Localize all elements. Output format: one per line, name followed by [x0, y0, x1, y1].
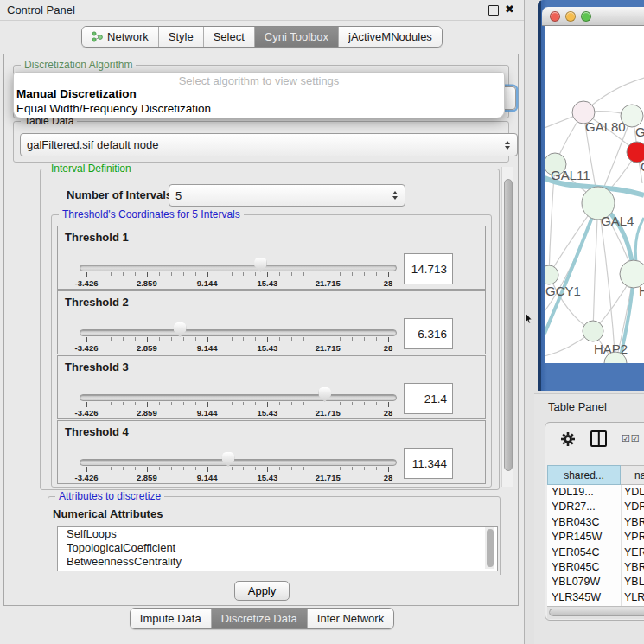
table-row[interactable]: YDL19...YDL1	[547, 485, 644, 500]
tab-select[interactable]: Select	[203, 27, 254, 47]
network-node-GCY1[interactable]	[545, 265, 558, 284]
tick-mark	[267, 272, 268, 277]
threshold-value-field[interactable]: 21.4	[404, 383, 453, 414]
tick-mark	[243, 272, 244, 276]
slider-track[interactable]	[80, 329, 397, 336]
cyni-toolbox-content: Discretization Algorithm Select algorith…	[3, 54, 519, 606]
threshold-value-field[interactable]: 11.344	[404, 448, 453, 479]
tick-mark	[340, 337, 341, 341]
dropdown-item-equal-width-frequency[interactable]: Equal Width/Frequency Discretization	[16, 102, 211, 115]
tick-mark	[364, 272, 365, 276]
tick-mark	[303, 467, 304, 470]
tick-mark	[364, 467, 365, 470]
table-data-combobox[interactable]: galFiltered.sif default node	[20, 133, 518, 156]
tick-mark	[99, 272, 99, 276]
threshold-value-field[interactable]: 14.713	[404, 253, 453, 284]
tick-mark	[352, 467, 353, 470]
tick-mark	[183, 402, 184, 405]
tick-label: 2.859	[137, 278, 157, 288]
tab-impute-data[interactable]: Impute Data	[131, 609, 211, 628]
stepper-icon	[505, 141, 511, 150]
scrollbar-thumb[interactable]	[504, 179, 513, 471]
tick-label: 28	[384, 343, 393, 353]
network-canvas[interactable]: GAL80GACGAL11GAL4GCY1HHAP2	[545, 26, 644, 363]
table-row[interactable]: YLR345WYLR3	[547, 590, 644, 605]
slider-track[interactable]	[80, 265, 397, 271]
tick-label: 21.715	[316, 343, 341, 353]
tick-mark	[340, 272, 341, 276]
network-window-titlebar[interactable]	[542, 7, 644, 26]
mouse-cursor	[525, 313, 532, 324]
cell-name: YPR1	[622, 530, 644, 545]
tick-mark	[291, 272, 292, 276]
number-of-intervals-label: Number of Intervals	[67, 188, 172, 201]
checkbox-icons[interactable]: ☑☑	[622, 433, 641, 444]
table-header: shared... na	[547, 465, 644, 485]
table-row[interactable]: YBR045CYBR0	[547, 560, 644, 575]
vertical-scrollbar[interactable]	[501, 167, 513, 487]
tick-mark	[267, 337, 268, 342]
close-icon[interactable]: ✖	[505, 3, 514, 16]
tick-mark	[123, 337, 124, 341]
tab-style[interactable]: Style	[158, 27, 203, 47]
table-row[interactable]: YPR145WYPR1	[547, 530, 644, 545]
tab-discretize-data[interactable]: Discretize Data	[211, 609, 307, 628]
tab-network[interactable]: Network	[82, 27, 158, 47]
gear-icon[interactable]	[560, 431, 576, 447]
tab-cyni-toolbox[interactable]: Cyni Toolbox	[254, 27, 338, 47]
minimize-button[interactable]	[565, 11, 576, 22]
numerical-attributes-list[interactable]: SelfLoopsTopologicalCoefficientBetweenne…	[57, 526, 498, 571]
scrollbar-thumb[interactable]	[487, 529, 494, 567]
tick-mark	[232, 467, 233, 470]
table-row[interactable]: YBR043CYBR0	[547, 515, 644, 530]
list-item[interactable]: BetweennessCentrality	[58, 555, 497, 569]
tab-label: Style	[169, 30, 194, 43]
tick-mark	[255, 402, 256, 405]
tick-label: -3.426	[75, 408, 99, 418]
scrollbar-thumb[interactable]	[549, 609, 644, 616]
tick-label: 28	[384, 408, 393, 418]
tick-mark	[388, 402, 389, 407]
cell-shared-name: YDR27...	[547, 500, 622, 514]
tick-mark	[316, 467, 316, 470]
split-view-icon[interactable]	[590, 430, 607, 447]
tick-mark	[328, 467, 328, 472]
close-button[interactable]	[550, 11, 560, 22]
slider-track[interactable]	[80, 459, 397, 466]
table-row[interactable]: YER054CYER0	[547, 545, 644, 560]
slider-track[interactable]	[80, 394, 397, 401]
zoom-button[interactable]	[581, 11, 591, 22]
network-node-HAP2[interactable]	[583, 321, 603, 341]
tick-mark	[123, 402, 124, 405]
tab-label: Impute Data	[140, 612, 201, 625]
number-of-intervals-combobox[interactable]: 5	[169, 184, 405, 207]
network-edge[interactable]	[593, 201, 598, 331]
node-label-GAL11: GAL11	[551, 168, 590, 182]
tick-mark	[195, 467, 196, 470]
tick-mark	[255, 467, 256, 470]
threshold-value-field[interactable]: 6.316	[404, 318, 453, 349]
table-row[interactable]: YBL079WYBL0	[547, 575, 644, 590]
tick-mark	[352, 272, 353, 276]
horizontal-scrollbar[interactable]	[547, 606, 644, 619]
settings-scrollpane: Interval Definition Number of Intervals …	[7, 163, 515, 490]
dropdown-item-manual-discretization[interactable]: Manual Discretization	[16, 87, 137, 100]
tick-mark	[364, 402, 365, 405]
table-row[interactable]: YDR27...YDR2	[547, 500, 644, 514]
list-item[interactable]: TopologicalCoefficient	[58, 541, 497, 555]
column-header-name[interactable]: na	[621, 465, 644, 485]
tick-mark	[135, 467, 136, 470]
tick-label: 28	[384, 278, 393, 288]
list-scrollbar[interactable]	[485, 527, 494, 569]
tick-mark	[279, 337, 280, 341]
cell-name: YBR0	[622, 515, 644, 530]
apply-button[interactable]: Apply	[234, 581, 290, 601]
tab-jactivemnodules[interactable]: jActiveMNodules	[338, 27, 442, 47]
tick-mark	[147, 402, 148, 407]
list-item[interactable]: SelfLoops	[58, 527, 497, 541]
column-header-shared-name[interactable]: shared...	[547, 465, 621, 485]
float-window-icon[interactable]	[488, 5, 499, 16]
tick-mark	[159, 402, 160, 405]
tab-infer-network[interactable]: Infer Network	[307, 609, 393, 628]
tick-marks	[86, 467, 388, 473]
